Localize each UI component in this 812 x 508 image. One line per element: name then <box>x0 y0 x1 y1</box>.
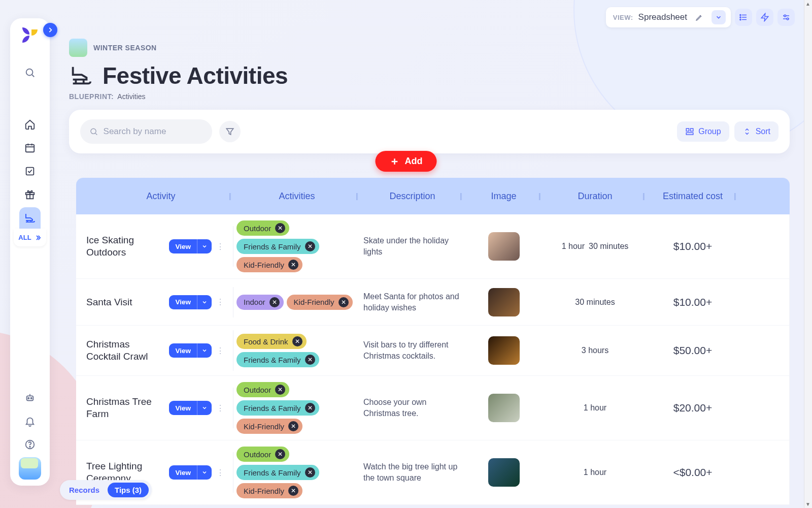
view-label: View <box>169 404 197 412</box>
workspace-avatar[interactable] <box>19 457 41 480</box>
image-thumbnail[interactable] <box>488 394 520 422</box>
search-input-wrap[interactable] <box>80 119 212 144</box>
tag-outdoor[interactable]: Outdoor✕ <box>236 382 289 397</box>
view-selector[interactable]: VIEW: Spreadsheet <box>606 7 731 27</box>
image-thumbnail[interactable] <box>488 232 520 261</box>
tab-records[interactable]: Records <box>63 483 106 497</box>
remove-tag-icon[interactable]: ✕ <box>305 241 315 251</box>
remove-tag-icon[interactable]: ✕ <box>275 223 285 233</box>
tag-kid[interactable]: Kid-Friendly✕ <box>236 483 302 498</box>
table-row: Tree Lighting Ceremony View ⋮ Outdoor✕Fr… <box>76 440 790 505</box>
description-cell: Visit bars to try different Christmas co… <box>360 331 464 369</box>
chevron-down-icon[interactable] <box>197 239 212 253</box>
drag-handle-icon[interactable]: || <box>460 192 461 200</box>
view-record-button[interactable]: View <box>169 239 212 253</box>
remove-tag-icon[interactable]: ✕ <box>288 260 298 270</box>
col-cost[interactable]: Estimated cost|| <box>647 191 738 202</box>
col-description[interactable]: Description|| <box>360 191 464 202</box>
drag-handle-icon[interactable]: || <box>356 192 357 200</box>
tag-food[interactable]: Food & Drink✕ <box>236 334 307 349</box>
tag-ff[interactable]: Friends & Family✕ <box>236 352 319 367</box>
more-icon[interactable]: ⋮ <box>215 465 226 480</box>
image-thumbnail[interactable] <box>488 288 520 316</box>
tag-outdoor[interactable]: Outdoor✕ <box>236 447 289 462</box>
view-record-button[interactable]: View <box>169 465 212 480</box>
tag-kid[interactable]: Kid-Friendly✕ <box>236 419 302 434</box>
skate-icon[interactable] <box>19 207 41 229</box>
group-button[interactable]: Group <box>677 121 729 142</box>
tab-tips[interactable]: Tips (3) <box>108 483 149 497</box>
add-button[interactable]: Add <box>376 151 437 172</box>
remove-tag-icon[interactable]: ✕ <box>275 385 285 395</box>
checkbox-icon[interactable] <box>19 161 41 182</box>
chevron-down-icon[interactable] <box>197 401 212 415</box>
view-record-button[interactable]: View <box>169 295 212 309</box>
drag-handle-icon[interactable]: || <box>229 192 230 200</box>
sliders-icon[interactable] <box>777 9 795 26</box>
remove-tag-icon[interactable]: ✕ <box>292 336 302 346</box>
tag-kid[interactable]: Kid-Friendly✕ <box>287 295 353 310</box>
remove-tag-icon[interactable]: ✕ <box>305 355 315 365</box>
tag-indoor[interactable]: Indoor✕ <box>236 295 284 310</box>
expand-sidebar-button[interactable] <box>43 23 57 37</box>
home-icon[interactable] <box>19 114 41 135</box>
help-icon[interactable] <box>19 434 41 455</box>
search-input[interactable] <box>104 126 203 137</box>
remove-tag-icon[interactable]: ✕ <box>269 297 280 307</box>
gift-icon[interactable] <box>19 184 41 205</box>
scrollbar[interactable]: ▲ ▼ <box>804 0 812 508</box>
drag-handle-icon[interactable]: || <box>538 192 540 200</box>
list-view-icon[interactable] <box>735 9 752 26</box>
breadcrumb[interactable]: WINTER SEASON <box>69 39 782 57</box>
group-label: Group <box>698 127 721 136</box>
tag-ff[interactable]: Friends & Family✕ <box>236 239 319 254</box>
more-icon[interactable]: ⋮ <box>215 343 226 358</box>
tag-ff[interactable]: Friends & Family✕ <box>236 465 319 480</box>
remove-tag-icon[interactable]: ✕ <box>305 403 315 413</box>
remove-tag-icon[interactable]: ✕ <box>288 421 298 431</box>
chevron-down-icon[interactable] <box>197 465 212 480</box>
filter-icon[interactable] <box>219 121 241 142</box>
remove-tag-icon[interactable]: ✕ <box>275 449 285 459</box>
more-icon[interactable]: ⋮ <box>215 295 226 309</box>
tag-outdoor[interactable]: Outdoor✕ <box>236 220 289 236</box>
sidebar-all-label: ALL <box>18 234 31 241</box>
remove-tag-icon[interactable]: ✕ <box>305 467 315 478</box>
drag-handle-icon[interactable]: || <box>642 192 644 200</box>
chevron-down-icon[interactable] <box>197 295 212 309</box>
scroll-up-icon[interactable]: ▲ <box>805 1 810 7</box>
calendar-icon[interactable] <box>19 137 41 158</box>
image-thumbnail[interactable] <box>488 458 520 487</box>
chevron-down-icon[interactable] <box>712 10 726 24</box>
col-duration[interactable]: Duration|| <box>543 191 647 202</box>
more-icon[interactable]: ⋮ <box>215 239 226 253</box>
robot-icon[interactable] <box>19 387 41 408</box>
sort-button[interactable]: Sort <box>734 121 779 142</box>
remove-tag-icon[interactable]: ✕ <box>339 297 349 307</box>
blueprint-value[interactable]: Activities <box>117 92 145 101</box>
view-record-button[interactable]: View <box>169 343 212 358</box>
chevron-down-icon[interactable] <box>197 343 212 358</box>
scroll-down-icon[interactable]: ▼ <box>805 501 810 507</box>
remove-tag-icon[interactable]: ✕ <box>288 486 298 496</box>
view-record-button[interactable]: View <box>169 401 212 415</box>
tag-ff[interactable]: Friends & Family✕ <box>236 400 319 416</box>
image-thumbnail[interactable] <box>488 336 520 365</box>
drag-handle-icon[interactable]: || <box>734 192 735 200</box>
search-icon[interactable] <box>19 62 41 83</box>
bell-icon[interactable] <box>19 410 41 432</box>
pencil-icon[interactable] <box>692 10 706 24</box>
sidebar-all[interactable]: ALL <box>14 229 46 246</box>
col-image[interactable]: Image|| <box>464 191 543 202</box>
svg-rect-13 <box>26 145 35 152</box>
col-tags[interactable]: Activities|| <box>233 191 360 202</box>
view-label: View <box>169 298 197 306</box>
sort-icon <box>742 127 752 136</box>
lightning-icon[interactable] <box>756 9 773 26</box>
sort-label: Sort <box>756 127 770 136</box>
tag-kid[interactable]: Kid-Friendly✕ <box>236 257 302 272</box>
more-icon[interactable]: ⋮ <box>215 401 226 415</box>
col-activity[interactable]: Activity|| <box>76 191 233 202</box>
app-logo[interactable] <box>22 27 38 43</box>
breadcrumb-icon <box>69 39 87 57</box>
